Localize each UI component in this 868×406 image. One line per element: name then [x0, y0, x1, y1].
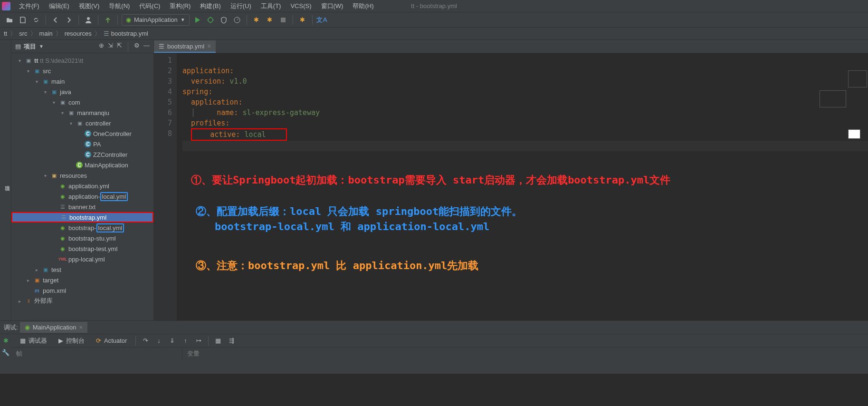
tree-ppp-local[interactable]: ppp-local.yml — [68, 256, 105, 263]
tree-main[interactable]: main — [51, 78, 65, 85]
close-icon[interactable]: × — [79, 324, 83, 331]
user-icon[interactable] — [83, 14, 94, 26]
step-over-icon[interactable]: ↷ — [140, 335, 151, 347]
hide-icon[interactable]: — — [143, 42, 150, 51]
crumb-tt[interactable]: tt — [4, 30, 7, 37]
tree-java[interactable]: java — [60, 88, 71, 96]
menu-window[interactable]: 窗口(W) — [317, 0, 347, 12]
menu-code[interactable]: 代码(C) — [135, 0, 164, 12]
close-icon[interactable]: × — [207, 42, 211, 50]
gear-icon[interactable]: ⚙ — [134, 42, 140, 51]
tree-app-yml[interactable]: application.yml — [68, 183, 109, 190]
step-into-icon[interactable]: ↓ — [153, 335, 164, 347]
debug-side-icons: ✱ 🔧 — [0, 334, 11, 360]
translate-icon[interactable]: 文A — [316, 14, 328, 26]
svg-point-0 — [87, 17, 90, 20]
run-config-selector[interactable]: ◉ MainApplication ▼ — [122, 14, 190, 26]
debug-icon[interactable] — [205, 14, 216, 26]
tree-ext-libs[interactable]: 外部库 — [34, 297, 53, 305]
tree-resources[interactable]: resources — [60, 172, 87, 179]
menubar: 文件(F) 编辑(E) 视图(V) 导航(N) 代码(C) 重构(R) 构建(B… — [0, 0, 868, 12]
tree-test[interactable]: test — [51, 266, 61, 273]
console-tab[interactable]: ▶控制台 — [54, 335, 89, 347]
attach-icon[interactable]: ✱ — [251, 14, 262, 26]
frames-panel[interactable]: 帧 — [11, 348, 182, 360]
tree-mainapp[interactable]: MainApplication — [85, 162, 128, 169]
crumb-main[interactable]: main — [39, 30, 53, 37]
menu-tools[interactable]: 工具(T) — [257, 0, 285, 12]
crumb-resources[interactable]: resources — [65, 30, 92, 37]
vars-panel[interactable]: 变量 — [182, 348, 868, 360]
menu-edit[interactable]: 编辑(E) — [45, 0, 73, 12]
yml-icon: ◉ — [59, 193, 67, 200]
crumb-file[interactable]: ☰ bootstrap.yml — [104, 30, 148, 37]
coverage-icon[interactable] — [218, 14, 229, 26]
project-gutter-tab[interactable]: 项目 — [0, 40, 11, 320]
sync-icon[interactable] — [30, 14, 42, 26]
tree-boot-stu[interactable]: bootstrap-stu.yml — [68, 235, 116, 242]
resources-icon: ▣ — [50, 172, 58, 179]
trace-icon[interactable]: ⇶ — [226, 335, 237, 347]
code-content[interactable]: application: version: v1.0 spring: appli… — [177, 53, 868, 320]
menu-refactor[interactable]: 重构(R) — [166, 0, 194, 12]
class-icon: C — [76, 162, 83, 168]
editor-tab-bootstrap[interactable]: ☰ bootstrap.yml × — [154, 40, 216, 53]
tree-controller[interactable]: controller — [86, 120, 111, 127]
select-target-icon[interactable]: ⊕ — [99, 42, 104, 51]
tree-app-local[interactable]: application-local.yml — [68, 193, 128, 200]
open-icon[interactable] — [4, 14, 15, 26]
stop-icon[interactable] — [277, 14, 289, 26]
expand-all-icon[interactable]: ⇲ — [108, 42, 113, 51]
yml-icon: ◉ — [59, 234, 67, 242]
profiler-icon[interactable] — [231, 14, 243, 26]
evaluate-icon[interactable]: ▦ — [212, 335, 224, 347]
tree-src[interactable]: src — [43, 68, 51, 75]
tree-pa[interactable]: PA — [93, 141, 101, 148]
vcs-update-icon[interactable] — [102, 14, 114, 26]
tree-zzcontroller[interactable]: ZZController — [93, 151, 127, 158]
tree-bootstrap[interactable]: bootstrap.yml — [69, 214, 106, 221]
menu-help[interactable]: 帮助(H) — [349, 0, 377, 12]
editor-area: ☰ bootstrap.yml × 12345678 application: … — [154, 40, 868, 320]
tree-com[interactable]: com — [68, 99, 80, 106]
menu-view[interactable]: 视图(V) — [75, 0, 103, 12]
tree-root[interactable]: tt tt S:\idea2021\tt — [34, 57, 83, 64]
crumb-src[interactable]: src — [19, 30, 27, 37]
tree-target[interactable]: target — [43, 277, 58, 284]
menu-file[interactable]: 文件(F) — [15, 0, 43, 12]
chevron-down-icon[interactable]: ▼ — [39, 44, 44, 49]
tree-pom[interactable]: pom.xml — [43, 287, 66, 294]
tree-onecontroller[interactable]: OneController — [93, 130, 132, 137]
debug-tab-mainapp[interactable]: ◉ MainApplication × — [20, 322, 87, 333]
tree-manmanqiu[interactable]: manmanqiu — [77, 109, 109, 116]
project-tree[interactable]: ▾▣tt tt S:\idea2021\tt ▾▣src ▾▣main ▾▣ja… — [11, 53, 153, 320]
save-icon[interactable] — [17, 14, 29, 26]
editor-body[interactable]: 12345678 application: version: v1.0 spri… — [154, 53, 868, 320]
folder-icon: ▣ — [42, 77, 49, 85]
menu-vcs[interactable]: VCS(S) — [286, 1, 315, 11]
menu-run[interactable]: 运行(U) — [227, 0, 255, 12]
actions-icon[interactable]: ✱ — [297, 14, 308, 26]
run-icon[interactable] — [191, 14, 203, 26]
force-step-icon[interactable]: ⇓ — [166, 335, 178, 347]
window-title: tt - bootstrap.yml — [411, 2, 457, 10]
tree-boot-test[interactable]: bootstrap-test.yml — [68, 245, 117, 252]
collapse-all-icon[interactable]: ⇱ — [117, 42, 122, 51]
menu-build[interactable]: 构建(B) — [196, 0, 224, 12]
run-to-cursor-icon[interactable]: ↦ — [193, 335, 204, 347]
text-icon: ☰ — [59, 203, 67, 211]
attach2-icon[interactable]: ✱ — [264, 14, 276, 26]
tree-boot-local[interactable]: bootstrap-local.yml — [68, 224, 124, 232]
forward-icon[interactable] — [63, 14, 75, 26]
actuator-tab[interactable]: ⟳Actuator — [91, 335, 132, 346]
back-icon[interactable] — [50, 14, 61, 26]
debug-bug-icon[interactable]: ✱ — [3, 337, 9, 344]
wrench-icon[interactable]: 🔧 — [2, 349, 10, 356]
step-out-icon[interactable]: ↑ — [180, 335, 191, 347]
project-panel: ▤ 项目 ▼ ⊕ ⇲ ⇱ ⚙ — ▾▣tt tt S:\idea2021\tt … — [11, 40, 154, 320]
minimap[interactable] — [848, 70, 867, 139]
project-view-icon: ▤ — [15, 43, 21, 50]
menu-navigate[interactable]: 导航(N) — [105, 0, 134, 12]
debugger-tab[interactable]: ▦调试器 — [15, 335, 52, 347]
tree-banner[interactable]: banner.txt — [68, 203, 95, 211]
